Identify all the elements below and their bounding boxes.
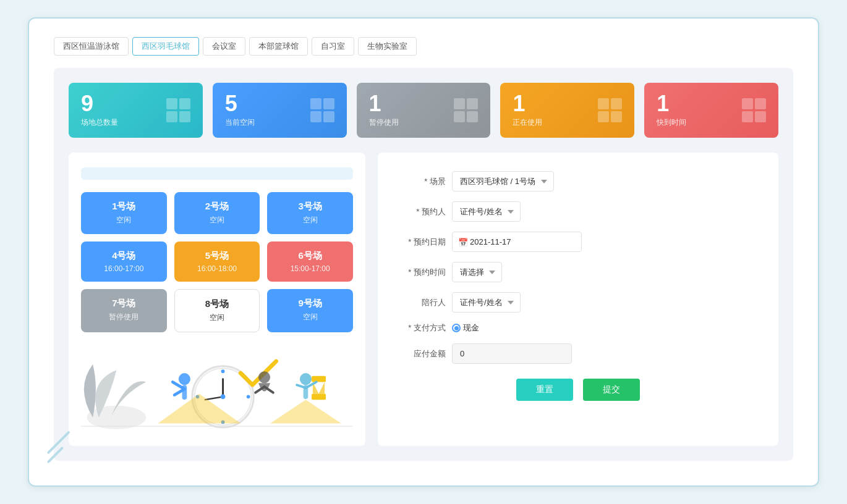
date-wrap: 📅 [452,232,754,252]
svg-point-9 [221,395,226,400]
amount-label: 应付金额 [402,348,452,359]
court-name: 1号场 [87,201,161,212]
stat-card-正在使用: 1 正在使用 [500,83,634,138]
stat-icon [166,98,190,122]
main-content-area: 9 场地总数量 5 当前空闲 1 暂停使用 1 正在使用 1 [54,68,793,461]
court-status: 16:00-17:00 [87,264,161,273]
court-name: 3号场 [273,201,347,212]
svg-point-0 [87,406,147,429]
date-row: * 预约日期 📅 [402,232,754,252]
companion-select[interactable]: 证件号/姓名 [452,292,521,313]
court-name: 9号场 [273,298,347,309]
stat-label: 场地总数量 [81,117,118,128]
tab-自习室[interactable]: 自习室 [312,37,354,56]
venue-wrap: 西区羽毛球馆 / 1号场 [452,171,754,191]
court-name: 6号场 [273,250,347,262]
companion-wrap: 证件号/姓名 [452,292,754,313]
stat-card-暂停使用: 1 暂停使用 [357,83,491,138]
submit-button[interactable]: 提交 [583,379,640,401]
payment-options: 现金 [452,322,479,334]
tab-西区羽毛球馆[interactable]: 西区羽毛球馆 [132,37,199,56]
companion-label: 陪行人 [402,297,452,308]
court-name: 8号场 [181,298,253,310]
time-row: * 预约时间 请选择 [402,262,754,282]
section-title [81,167,353,180]
appointee-row: * 预约人 证件号/姓名 [402,201,754,222]
illustration [81,345,353,431]
two-col-layout: 1号场 空闲 2号场 空闲 3号场 空闲 4号场 16:00-17:00 5号场… [69,153,778,446]
court-name: 7号场 [87,298,161,309]
payment-cash-text: 现金 [463,322,479,334]
payment-cash-label[interactable]: 现金 [452,322,479,334]
appointee-select[interactable]: 证件号/姓名 [452,201,521,222]
court-card-7号场[interactable]: 7号场 暂停使用 [81,289,167,332]
payment-cash-radio[interactable] [452,324,461,332]
court-card-4号场[interactable]: 4号场 16:00-17:00 [81,242,167,282]
time-select[interactable]: 请选择 [452,262,502,282]
time-label: * 预约时间 [402,267,452,278]
svg-point-6 [247,395,250,398]
court-name: 5号场 [181,250,254,262]
amount-wrap [452,343,754,364]
stat-number: 1 [513,93,542,115]
stat-card-场地总数量: 9 场地总数量 [69,83,203,138]
venue-row: * 场景 西区羽毛球馆 / 1号场 [402,171,754,191]
stat-label: 正在使用 [513,117,542,128]
svg-point-16 [258,371,270,383]
court-card-6号场[interactable]: 6号场 15:00-17:00 [267,242,353,282]
court-card-3号场[interactable]: 3号场 空闲 [267,192,353,234]
court-grid: 1号场 空闲 2号场 空闲 3号场 空闲 4号场 16:00-17:00 5号场… [81,192,353,332]
court-name: 4号场 [87,250,161,262]
court-card-8号场[interactable]: 8号场 空闲 [174,289,260,332]
stat-icon [598,98,622,122]
stat-number: 1 [657,93,686,115]
time-wrap: 请选择 [452,262,754,282]
companion-row: 陪行人 证件号/姓名 [402,292,754,313]
date-input[interactable] [452,232,582,252]
stat-icon [742,98,766,122]
court-status: 暂停使用 [87,312,161,322]
stat-number: 5 [225,93,255,115]
stat-card-当前空闲: 5 当前空闲 [213,83,347,138]
tab-生物实验室[interactable]: 生物实验室 [358,37,417,56]
svg-point-12 [179,373,190,385]
stat-number: 9 [81,93,118,115]
payment-row: * 支付方式 现金 [402,322,754,334]
venue-select[interactable]: 西区羽毛球馆 / 1号场 [452,171,554,191]
appointee-wrap: 证件号/姓名 [452,201,754,222]
stat-icon [310,98,334,122]
court-status: 15:00-17:00 [273,264,347,273]
tab-西区恒温游泳馆[interactable]: 西区恒温游泳馆 [54,37,129,56]
appointee-label: * 预约人 [402,206,452,217]
court-status: 空闲 [181,215,254,225]
court-status: 空闲 [87,215,161,225]
left-panel: 1号场 空闲 2号场 空闲 3号场 空闲 4号场 16:00-17:00 5号场… [69,153,365,446]
amount-input [452,343,572,364]
stat-card-快到时间: 1 快到时间 [644,83,778,138]
court-card-2号场[interactable]: 2号场 空闲 [174,192,260,234]
reset-button[interactable]: 重置 [516,379,573,401]
corner-decoration [48,430,85,467]
court-card-1号场[interactable]: 1号场 空闲 [81,192,167,234]
stat-number: 1 [369,93,399,115]
tab-会议室[interactable]: 会议室 [203,37,245,56]
court-status: 空闲 [273,312,347,322]
tab-bar: 西区恒温游泳馆西区羽毛球馆会议室本部篮球馆自习室生物实验室 [54,37,793,56]
main-frame: 西区恒温游泳馆西区羽毛球馆会议室本部篮球馆自习室生物实验室 9 场地总数量 5 … [28,17,819,487]
right-panel: * 场景 西区羽毛球馆 / 1号场 * 预约人 证件号/姓名 * 预约日期 📅 … [378,153,778,446]
stat-label: 暂停使用 [369,117,399,128]
stat-label: 快到时间 [657,117,686,128]
tab-本部篮球馆[interactable]: 本部篮球馆 [249,37,308,56]
svg-marker-24 [270,400,341,423]
svg-point-19 [300,373,312,385]
amount-row: 应付金额 [402,343,754,364]
court-status: 16:00-18:00 [181,264,254,273]
court-card-5号场[interactable]: 5号场 16:00-18:00 [174,242,260,282]
payment-label: * 支付方式 [402,322,452,334]
stats-row: 9 场地总数量 5 当前空闲 1 暂停使用 1 正在使用 1 [69,83,778,138]
stat-label: 当前空闲 [225,117,255,128]
svg-point-3 [221,369,225,373]
venue-label: * 场景 [402,176,452,187]
court-card-9号场[interactable]: 9号场 空闲 [267,289,353,332]
court-status: 空闲 [181,313,253,323]
